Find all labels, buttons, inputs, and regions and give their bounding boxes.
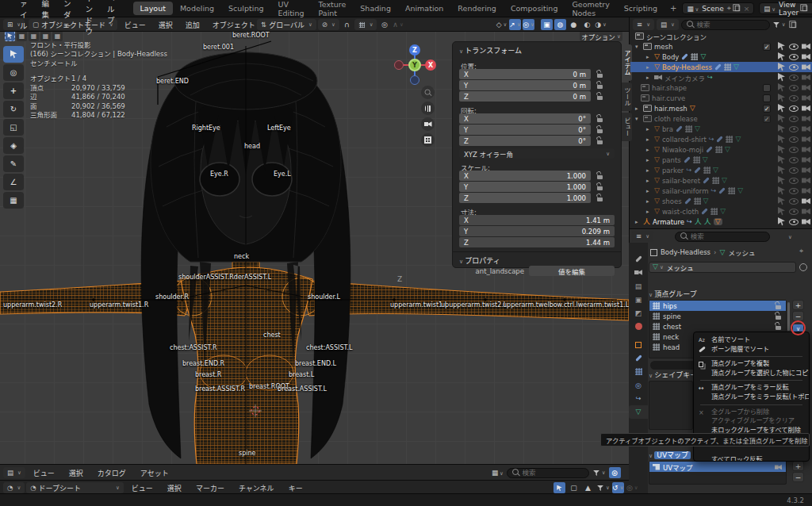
gizmo-x-axis[interactable]: X (425, 59, 436, 71)
lock-icon[interactable] (597, 115, 604, 122)
tab-render-icon[interactable] (629, 266, 648, 279)
scale-x-field[interactable]: X1.000 (459, 171, 591, 181)
exclude-checkbox[interactable] (763, 105, 771, 113)
tab-scripting[interactable]: Scripting (617, 2, 665, 15)
vgroup-scrollbar[interactable] (787, 302, 790, 331)
hide-icon[interactable] (789, 116, 799, 122)
uv-maps-panel-header[interactable]: UVマップ (649, 450, 691, 460)
hide-icon[interactable] (789, 147, 799, 153)
location-z-field[interactable]: Z0 m (459, 91, 591, 102)
selectable-icon[interactable] (778, 42, 785, 51)
hide-icon[interactable] (789, 219, 799, 225)
tab-shading[interactable]: Shading (353, 2, 398, 15)
tab-tool-icon[interactable] (629, 252, 648, 266)
selectable-icon[interactable] (778, 73, 785, 82)
asset-menu-asset[interactable]: アセット (134, 468, 175, 478)
snap-magnet-toggle[interactable]: ∩ (341, 19, 353, 30)
render-visibility-icon[interactable] (802, 209, 810, 215)
hide-icon[interactable] (789, 157, 799, 163)
menu-window[interactable]: ウィンドウ (79, 0, 101, 36)
outliner-row-mesh[interactable]: ▾mesh (630, 41, 812, 52)
lock-icon[interactable] (597, 183, 604, 190)
vgroup-add-button[interactable]: + (792, 300, 804, 310)
render-uv-icon[interactable] (775, 464, 782, 470)
render-visibility-icon[interactable] (802, 105, 810, 112)
breadcrumb-object[interactable]: Body-Headless (661, 248, 710, 256)
tool-cursor[interactable]: ◎ (3, 64, 24, 81)
dope-proportional-icon[interactable]: ◎ (626, 482, 638, 493)
tab-modifiers-icon[interactable] (629, 351, 648, 365)
transform-panel-header[interactable]: トランスフォーム (459, 45, 522, 56)
tab-compositing[interactable]: Compositing (504, 2, 565, 15)
dope-only-selected-icon[interactable] (553, 482, 565, 493)
tool-add-cube[interactable]: ▦ (3, 192, 24, 209)
asset-filter-icon[interactable] (592, 467, 606, 478)
tab-particles-icon[interactable] (629, 365, 648, 378)
tab-modeling[interactable]: Modeling (173, 2, 221, 15)
render-visibility-icon[interactable] (802, 178, 810, 184)
select-mode-subtract-icon[interactable]: ▦ (29, 31, 39, 41)
dope-snap-icon[interactable]: ↺ (612, 482, 624, 493)
exclude-checkbox[interactable] (763, 94, 771, 102)
uv-add-button[interactable]: + (792, 461, 804, 471)
asset-menu-catalog[interactable]: カタログ (91, 468, 132, 478)
tab-sculpting[interactable]: Sculpting (221, 2, 270, 15)
location-y-field[interactable]: Y0 m (459, 80, 591, 90)
selectable-icon[interactable] (778, 155, 785, 164)
outliner-row-hair-mesh[interactable]: ▸hair.mesh (630, 103, 812, 113)
shading-rendered-button[interactable]: ◑ (595, 19, 607, 30)
render-visibility-icon[interactable] (802, 188, 810, 194)
render-visibility-icon[interactable] (802, 95, 810, 102)
hide-icon[interactable] (789, 126, 799, 132)
scale-z-field[interactable]: Z1.000 (459, 193, 591, 203)
asset-editor-type-button[interactable]: ▤ (3, 467, 25, 478)
dope-menu-channel[interactable]: チャンネル (232, 483, 281, 493)
selectable-icon[interactable] (778, 186, 785, 195)
rotation-mode-dropdown[interactable]: XYZ オイラー角 (459, 148, 615, 159)
show-overlays-toggle[interactable]: ◎ (523, 19, 534, 30)
render-visibility-icon[interactable] (802, 198, 810, 205)
lock-icon[interactable] (776, 312, 783, 320)
perspective-toggle-icon[interactable] (421, 133, 435, 147)
select-mode-new-icon[interactable] (5, 31, 15, 41)
rotation-z-field[interactable]: Z0° (459, 136, 591, 146)
edit-value-button[interactable]: 値を編集 (529, 266, 615, 276)
gizmo-z-axis[interactable]: Z (409, 44, 420, 56)
dim-y-field[interactable]: Y0.209 m (459, 226, 615, 236)
select-mode-extend-icon[interactable]: ▦ (17, 31, 27, 41)
dope-menu-select[interactable]: 選択 (161, 483, 188, 493)
menu-help[interactable]: ヘルプ (100, 0, 122, 25)
outliner-row-parker[interactable]: ▸parker (630, 165, 812, 175)
scene-selector[interactable]: ▦ Scene × (682, 2, 754, 14)
view-layer-name[interactable]: View Layer (779, 1, 799, 17)
render-visibility-icon[interactable] (802, 136, 810, 143)
dim-x-field[interactable]: X1.41 m (459, 215, 615, 225)
add-workspace-button[interactable]: + (665, 4, 682, 13)
new-scene-icon[interactable] (735, 6, 740, 11)
menu-sort-by-bone-hierarchy[interactable]: ボーン階層でソート (694, 345, 809, 355)
select-mode-intersect-icon[interactable]: ▦ (52, 31, 63, 41)
properties-search-input[interactable] (691, 232, 764, 240)
selectable-icon[interactable] (778, 52, 785, 61)
vgroup-row-hips[interactable]: hips (649, 301, 786, 311)
outliner-row-bra[interactable]: ▸bra (630, 124, 812, 134)
hide-icon[interactable] (789, 85, 799, 91)
dim-z-field[interactable]: Z1.44 m (459, 237, 615, 247)
zoom-icon[interactable] (421, 86, 435, 99)
selectable-icon[interactable] (778, 207, 785, 216)
menu-mirror-vertex-group[interactable]: ↔頂点グループをミラー反転 (694, 383, 809, 393)
menu-file[interactable]: ファイル (13, 0, 35, 31)
asset-display-mode-icon[interactable]: ▦ (492, 469, 504, 477)
dope-only-errors-icon[interactable]: ▲ (582, 482, 594, 493)
hide-icon[interactable] (789, 209, 799, 215)
dope-menu-key[interactable]: キー (282, 483, 309, 493)
hide-icon[interactable] (789, 44, 799, 50)
outliner-row-sailar-uniform[interactable]: ▸sailar-uniform (630, 186, 812, 196)
vgroup-row-chest[interactable]: chest (649, 321, 786, 332)
selectable-icon[interactable] (778, 197, 785, 205)
outliner-row-hair-shape[interactable]: hair.shape (630, 82, 812, 93)
outliner-row-scene-collection[interactable]: シーンコレクション (630, 31, 812, 41)
rotation-x-field[interactable]: X0° (459, 113, 591, 124)
hide-icon[interactable] (789, 136, 799, 143)
menu-copy-to-selected[interactable]: 頂点グループを選択した物にコピー (694, 369, 809, 378)
